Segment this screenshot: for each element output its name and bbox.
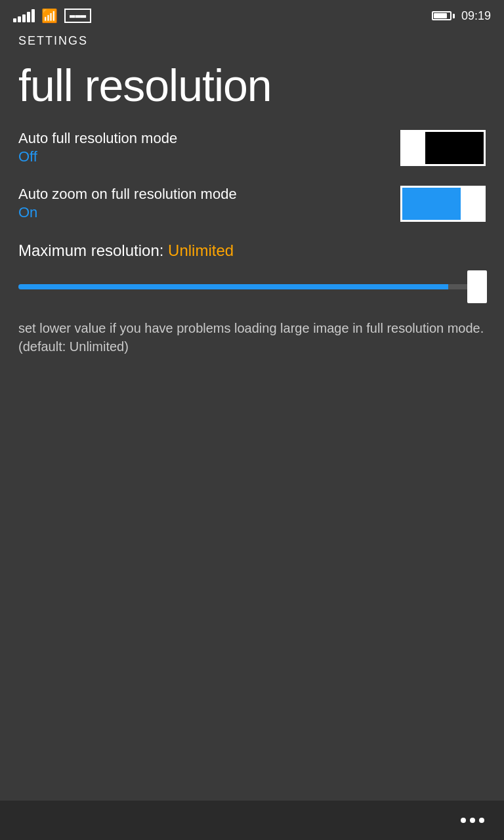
signal-bars-icon	[13, 9, 35, 22]
dot-2	[470, 818, 475, 823]
auto-full-resolution-row: Auto full resolution mode Off	[18, 130, 486, 166]
auto-full-resolution-title: Auto full resolution mode	[18, 130, 177, 147]
max-resolution-value: Unlimited	[168, 242, 234, 259]
bottom-bar	[0, 801, 504, 840]
auto-zoom-toggle[interactable]	[400, 186, 486, 222]
auto-zoom-row: Auto zoom on full resolution mode On	[18, 186, 486, 222]
resolution-slider-container	[18, 270, 486, 303]
auto-full-resolution-label-group: Auto full resolution mode Off	[18, 130, 177, 165]
auto-zoom-title: Auto zoom on full resolution mode	[18, 186, 237, 203]
auto-full-resolution-status: Off	[18, 148, 177, 165]
status-bar-right: 09:19	[432, 9, 491, 23]
auto-full-resolution-toggle[interactable]	[400, 130, 486, 166]
toggle-knob	[402, 132, 425, 164]
keyboard-icon: ▬▬▬	[64, 9, 91, 23]
status-bar: 📶 ▬▬▬ 09:19	[0, 0, 504, 32]
battery-icon	[432, 11, 455, 20]
status-bar-left: 📶 ▬▬▬	[13, 8, 91, 24]
settings-label: SETTINGS	[0, 34, 504, 48]
dot-1	[461, 818, 466, 823]
content-area: Auto full resolution mode Off Auto zoom …	[0, 130, 504, 356]
max-resolution-label-text: Maximum resolution:	[18, 242, 163, 259]
resolution-slider-track	[18, 284, 486, 289]
help-text: set lower value if you have problems loa…	[18, 319, 486, 356]
auto-zoom-label-group: Auto zoom on full resolution mode On	[18, 186, 237, 221]
time-display: 09:19	[461, 9, 491, 23]
auto-zoom-status: On	[18, 204, 237, 221]
resolution-slider-fill	[18, 284, 448, 289]
wifi-icon: 📶	[41, 8, 58, 24]
dot-3	[479, 818, 484, 823]
max-resolution-label: Maximum resolution: Unlimited	[18, 242, 486, 260]
bottom-dots[interactable]	[461, 818, 484, 823]
toggle-knob	[461, 188, 484, 220]
resolution-slider-thumb[interactable]	[467, 270, 487, 303]
max-resolution-section: Maximum resolution: Unlimited set lower …	[18, 242, 486, 356]
page-title: full resolution	[0, 48, 504, 130]
